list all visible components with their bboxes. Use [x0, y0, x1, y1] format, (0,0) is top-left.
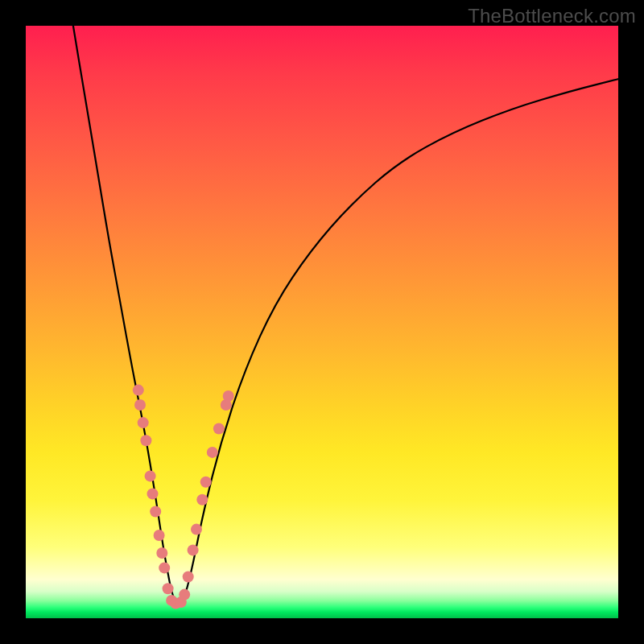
- watermark-text: TheBottleneck.com: [468, 5, 636, 27]
- data-marker: [134, 399, 146, 411]
- data-marker: [150, 506, 161, 518]
- chart-svg: [26, 26, 618, 618]
- data-marker: [213, 423, 225, 435]
- data-marker: [159, 562, 170, 573]
- data-marker: [147, 488, 159, 499]
- data-marker: [223, 390, 234, 402]
- data-marker: [133, 385, 144, 396]
- data-marker: [179, 589, 190, 601]
- data-marker: [145, 470, 156, 481]
- data-marker: [140, 435, 151, 446]
- data-marker: [183, 572, 194, 583]
- markers-group: [133, 385, 234, 609]
- data-marker: [196, 494, 208, 506]
- data-marker: [138, 417, 149, 428]
- data-marker: [156, 547, 167, 559]
- data-marker: [207, 447, 218, 458]
- data-marker: [200, 477, 212, 488]
- data-marker: [188, 544, 199, 555]
- data-marker: [191, 524, 202, 535]
- outer-frame: TheBottleneck.com: [0, 0, 644, 644]
- data-marker: [154, 530, 165, 541]
- data-marker: [163, 583, 174, 594]
- plot-area: [26, 26, 618, 618]
